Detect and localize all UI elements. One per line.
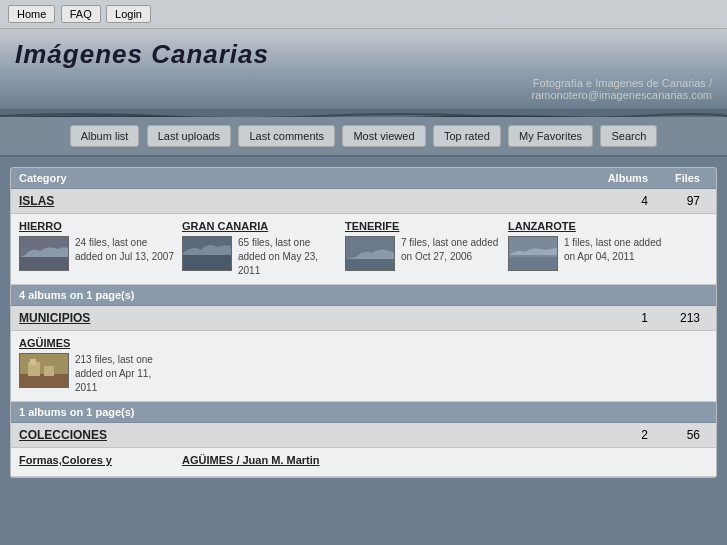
site-title: Imágenes Canarias [15,39,712,70]
category-name-islas[interactable]: ISLAS [19,194,588,208]
album-title-aguimes-juan[interactable]: AGÜIMES / Juan M. Martin [182,454,337,466]
top-rated-button[interactable]: Top rated [433,125,501,147]
album-thumb-tenerife[interactable] [345,236,395,271]
album-item-formas: Formas,Colores y [19,454,174,470]
main-content: Category Albums Files ISLAS 4 97 HIERRO [10,167,717,478]
album-title-gran-canaria[interactable]: GRAN CANARIA [182,220,337,232]
album-desc-aguimes: 213 files, last one added on Apr 11, 201… [75,353,174,395]
album-title-aguimes[interactable]: AGÜIMES [19,337,174,349]
albums-section-municipios: AGÜIMES 213 files, last one added on Apr… [11,331,716,402]
category-albums-islas: 4 [588,194,658,208]
category-files-municipios: 213 [658,311,708,325]
album-item-tenerife: TENERIFE 7 files, last one added on Oct … [345,220,500,278]
albums-section-islas: HIERRO 24 files, last one added on Jul 1… [11,214,716,285]
contact-info: Fotografía e Imagenes de Canarias / ramo… [531,77,712,101]
svg-rect-3 [183,255,231,270]
top-nav-bar: Home FAQ Login [0,0,727,29]
album-title-lanzarote[interactable]: LANZAROTE [508,220,663,232]
pagination-municipios: 1 albums on 1 page(s) [11,402,716,423]
svg-rect-5 [346,259,394,270]
category-albums-municipios: 1 [588,311,658,325]
album-item-hierro: HIERRO 24 files, last one added on Jul 1… [19,220,174,278]
login-button[interactable]: Login [106,5,151,23]
pagination-islas: 4 albums on 1 page(s) [11,285,716,306]
album-item-aguimes-juan: AGÜIMES / Juan M. Martin [182,454,337,470]
album-thumb-lanzarote[interactable] [508,236,558,271]
col-files-header: Files [658,172,708,184]
category-row-municipios: MUNICIPIOS 1 213 [11,306,716,331]
album-desc-lanzarote: 1 files, last one added on Apr 04, 2011 [564,236,663,264]
albums-row-municipios: AGÜIMES 213 files, last one added on Apr… [19,337,708,395]
last-comments-button[interactable]: Last comments [238,125,335,147]
album-desc-gran-canaria: 65 files, last one added on May 23, 2011 [238,236,337,278]
contact-line1: Fotografía e Imagenes de Canarias / [533,77,712,89]
category-files-islas: 97 [658,194,708,208]
col-albums-header: Albums [588,172,658,184]
album-content-lanzarote: 1 files, last one added on Apr 04, 2011 [508,236,663,271]
category-files-colecciones: 56 [658,428,708,442]
album-content-hierro: 24 files, last one added on Jul 13, 2007 [19,236,174,271]
contact-line2: ramonotero@imagenescanarias.com [531,89,712,101]
album-item-gran-canaria: GRAN CANARIA 65 files, last one added on… [182,220,337,278]
album-content-gran-canaria: 65 files, last one added on May 23, 2011 [182,236,337,278]
main-nav-bar: Album list Last uploads Last comments Mo… [0,117,727,157]
album-item-aguimes: AGÜIMES 213 files, last one added on Apr… [19,337,174,395]
search-button[interactable]: Search [600,125,657,147]
album-thumb-gran-canaria[interactable] [182,236,232,271]
most-viewed-button[interactable]: Most viewed [342,125,425,147]
category-row-colecciones: COLECCIONES 2 56 [11,423,716,448]
album-title-tenerife[interactable]: TENERIFE [345,220,500,232]
album-thumb-aguimes[interactable] [19,353,69,388]
album-content-aguimes: 213 files, last one added on Apr 11, 201… [19,353,174,395]
category-row-islas: ISLAS 4 97 [11,189,716,214]
table-header: Category Albums Files [11,168,716,189]
album-desc-hierro: 24 files, last one added on Jul 13, 2007 [75,236,174,264]
svg-rect-1 [20,257,68,270]
album-title-hierro[interactable]: HIERRO [19,220,174,232]
my-favorites-button[interactable]: My Favorites [508,125,593,147]
wave-decoration [0,109,727,117]
album-title-formas[interactable]: Formas,Colores y [19,454,174,466]
svg-rect-7 [509,257,557,270]
albums-row-islas: HIERRO 24 files, last one added on Jul 1… [19,220,708,278]
svg-rect-12 [30,359,36,365]
album-thumb-hierro[interactable] [19,236,69,271]
album-desc-tenerife: 7 files, last one added on Oct 27, 2006 [401,236,500,264]
category-name-colecciones[interactable]: COLECCIONES [19,428,588,442]
albums-section-colecciones: Formas,Colores y AGÜIMES / Juan M. Marti… [11,448,716,477]
faq-button[interactable]: FAQ [61,5,101,23]
svg-rect-11 [44,366,54,376]
category-albums-colecciones: 2 [588,428,658,442]
albums-row-colecciones: Formas,Colores y AGÜIMES / Juan M. Marti… [19,454,708,470]
last-uploads-button[interactable]: Last uploads [147,125,231,147]
album-list-button[interactable]: Album list [70,125,140,147]
col-category-header: Category [19,172,588,184]
home-button[interactable]: Home [8,5,55,23]
site-header: Imágenes Canarias Fotografía e Imagenes … [0,29,727,109]
album-item-lanzarote: LANZAROTE 1 files, last one added on Apr… [508,220,663,278]
category-name-municipios[interactable]: MUNICIPIOS [19,311,588,325]
album-content-tenerife: 7 files, last one added on Oct 27, 2006 [345,236,500,271]
